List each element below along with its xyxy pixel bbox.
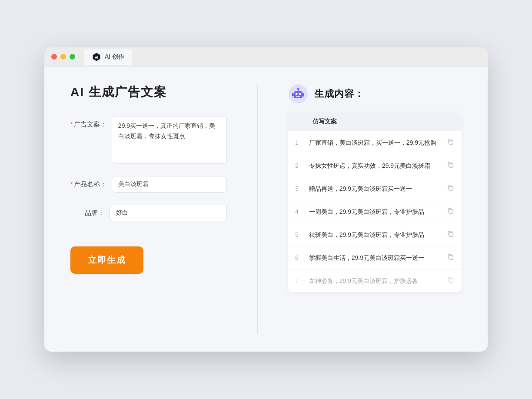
panel-divider <box>257 84 258 334</box>
table-row: 7 女神必备，29.9元美白淡斑霜，护肤必备 <box>288 269 462 293</box>
generate-button[interactable]: 立即生成 <box>70 246 143 274</box>
copy-button[interactable] <box>445 137 456 148</box>
copy-cell <box>443 131 462 154</box>
svg-rect-12 <box>449 163 453 167</box>
copy-button[interactable] <box>445 160 456 171</box>
result-title: 生成内容： <box>314 87 364 100</box>
col-text-header: 仿写文案 <box>306 113 443 131</box>
svg-point-4 <box>296 93 298 95</box>
browser-tab[interactable]: AI AI 创作 <box>84 49 132 65</box>
copy-cell <box>443 154 462 177</box>
robot-icon <box>288 84 308 104</box>
copy-button[interactable] <box>445 229 456 240</box>
svg-point-5 <box>299 93 301 95</box>
svg-rect-9 <box>292 93 294 96</box>
table-row: 6 掌握美白生活，29.9元美白淡斑霜买一送一 <box>288 246 462 269</box>
ad-copy-row: *广告文案： 29.9买一送一，真正的厂家直销，美白淡斑霜，专抹女性斑点 <box>70 116 227 164</box>
copy-button[interactable] <box>445 206 456 217</box>
page-title: AI 生成广告文案 <box>70 84 227 100</box>
minimize-button[interactable] <box>60 54 66 60</box>
col-action-header <box>443 113 462 131</box>
copy-cell <box>443 200 462 223</box>
row-number: 1 <box>288 131 306 154</box>
product-name-label: *产品名称： <box>70 176 112 189</box>
row-number: 2 <box>288 154 306 177</box>
left-panel: AI 生成广告文案 *广告文案： 29.9买一送一，真正的厂家直销，美白淡斑霜，… <box>70 84 227 334</box>
copy-button[interactable] <box>445 183 456 194</box>
product-name-input[interactable] <box>112 176 227 193</box>
copy-cell <box>443 177 462 200</box>
row-number: 7 <box>288 269 306 293</box>
copy-button[interactable] <box>445 276 456 286</box>
titlebar: AI AI 创作 <box>44 47 488 66</box>
maximize-button[interactable] <box>70 54 75 60</box>
ad-copy-label: *广告文案： <box>70 116 112 129</box>
row-number: 3 <box>288 177 306 200</box>
svg-rect-3 <box>294 91 303 98</box>
copy-cell <box>443 223 462 246</box>
browser-content: AI 生成广告文案 *广告文案： 29.9买一送一，真正的厂家直销，美白淡斑霜，… <box>44 66 488 352</box>
product-name-row: *产品名称： <box>70 176 227 193</box>
row-text: 一周美白，29.9元美白淡斑霜，专业护肤品 <box>306 200 443 223</box>
table-row: 2 专抹女性斑点，真实功效，29.9元美白淡斑霜 <box>288 154 462 177</box>
svg-rect-6 <box>296 96 300 97</box>
copy-icon <box>447 253 454 260</box>
table-row: 1 厂家直销，美白淡斑霜，买一送一，29.9元抢购 <box>288 131 462 154</box>
svg-point-8 <box>297 88 299 90</box>
required-star-2: * <box>70 180 73 188</box>
right-panel: 生成内容： 仿写文案 1 厂家直销，美白淡斑霜，买一送一，29.9元抢购 <box>288 84 462 334</box>
brand-input[interactable] <box>110 205 227 221</box>
copy-icon <box>447 276 454 283</box>
col-num-header <box>288 113 306 131</box>
table-row: 3 赠品再送，29.9元美白淡斑霜买一送一 <box>288 177 462 200</box>
table-row: 5 祛斑美白，29.9元美白淡斑霜，专业护肤品 <box>288 223 462 246</box>
row-text: 专抹女性斑点，真实功效，29.9元美白淡斑霜 <box>306 154 443 177</box>
copy-cell <box>443 246 462 269</box>
row-text: 女神必备，29.9元美白淡斑霜，护肤必备 <box>306 269 443 293</box>
copy-icon <box>447 230 454 237</box>
result-table: 仿写文案 1 厂家直销，美白淡斑霜，买一送一，29.9元抢购 2 专抹女性斑点， <box>288 113 462 292</box>
svg-text:AI: AI <box>95 55 98 59</box>
ad-copy-textarea[interactable]: 29.9买一送一，真正的厂家直销，美白淡斑霜，专抹女性斑点 <box>112 116 227 164</box>
row-text: 赠品再送，29.9元美白淡斑霜买一送一 <box>306 177 443 200</box>
row-text: 厂家直销，美白淡斑霜，买一送一，29.9元抢购 <box>306 131 443 154</box>
table-row: 4 一周美白，29.9元美白淡斑霜，专业护肤品 <box>288 200 462 223</box>
row-text: 祛斑美白，29.9元美白淡斑霜，专业护肤品 <box>306 223 443 246</box>
traffic-lights <box>51 54 75 60</box>
svg-rect-15 <box>449 233 453 236</box>
copy-button[interactable] <box>445 253 456 263</box>
close-button[interactable] <box>51 54 57 60</box>
copy-icon <box>447 138 454 145</box>
ai-tab-icon: AI <box>92 52 101 62</box>
result-header: 生成内容： <box>288 84 462 104</box>
svg-rect-14 <box>449 209 453 213</box>
svg-rect-13 <box>449 186 453 190</box>
row-number: 4 <box>288 200 306 223</box>
brand-row: 品牌： <box>70 205 227 221</box>
svg-rect-16 <box>449 256 453 259</box>
svg-rect-17 <box>449 279 453 283</box>
copy-icon <box>447 207 454 214</box>
browser-window: AI AI 创作 AI 生成广告文案 *广告文案： 29.9买一送一，真正的厂家… <box>44 47 488 352</box>
brand-label: 品牌： <box>70 205 110 217</box>
row-text: 掌握美白生活，29.9元美白淡斑霜买一送一 <box>306 246 443 269</box>
copy-icon <box>447 184 454 191</box>
row-number: 5 <box>288 223 306 246</box>
required-star-1: * <box>70 120 73 128</box>
copy-cell <box>443 269 462 293</box>
row-number: 6 <box>288 246 306 269</box>
svg-rect-10 <box>303 93 304 96</box>
svg-rect-11 <box>449 140 453 144</box>
copy-icon <box>447 161 454 168</box>
tab-label: AI 创作 <box>105 53 124 61</box>
